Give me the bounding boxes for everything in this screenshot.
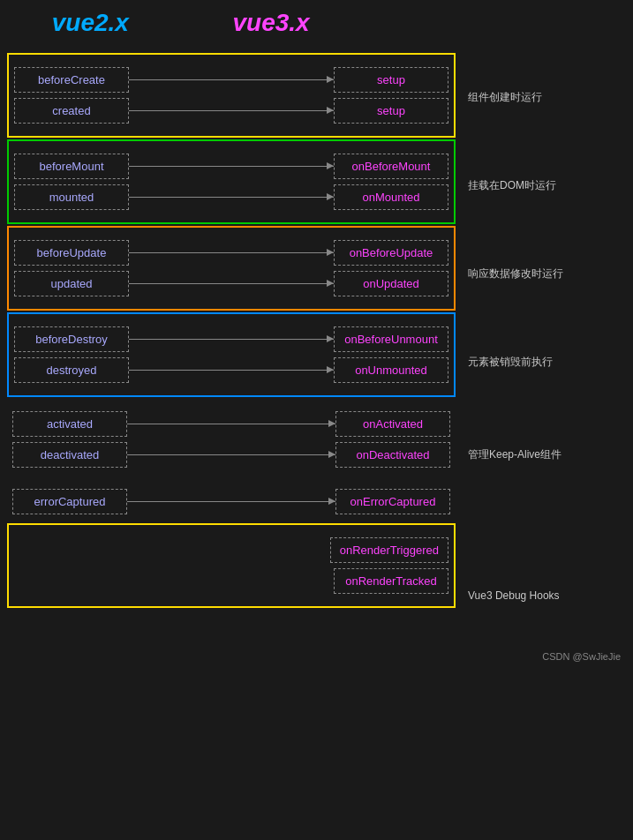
hook-destroyed-right: onUnmounted [334,357,448,383]
section-create: beforeCreate setup created setup [7,53,456,138]
hook-created-right: setup [334,98,448,124]
hook-deactivated-right: onDeactivated [335,442,450,468]
hook-beforeCreate-left: beforeCreate [14,67,129,93]
section-update: beforeUpdate onBeforeUpdate updated onUp… [7,226,456,311]
title-vue3: vue3.x [232,9,309,37]
section-debug: onRenderTriggered onRenderTracked [7,523,456,608]
hook-errorCaptured-right: onErrorCaptured [335,489,450,514]
section-keepalive: activated onActivated deactivated onDeac… [7,399,456,480]
hook-beforeDestroy-left: beforeDestroy [14,326,129,352]
label-debug: Vue3 Debug Hooks [461,589,560,602]
hook-beforeMount-right: onBeforeMount [334,154,448,179]
hook-beforeMount-left: beforeMount [14,154,129,179]
hook-errorCaptured-left: errorCaptured [12,489,127,514]
hook-destroyed-left: destroyed [14,357,129,383]
hook-activated-right: onActivated [335,411,450,437]
label-create: 组件创建时运行 [461,90,542,105]
hook-onRenderTriggered: onRenderTriggered [330,537,448,563]
hook-updated-left: updated [14,271,129,296]
hook-mounted-left: mounted [14,184,129,210]
hook-mounted-right: onMounted [334,184,448,210]
label-keepalive: 管理Keep-Alive组件 [461,447,561,462]
label-destroy: 元素被销毁前执行 [461,355,553,370]
section-destroy: beforeDestroy onBeforeUnmount destroyed … [7,312,456,397]
hook-deactivated-left: deactivated [12,442,127,468]
hook-onRenderTracked: onRenderTracked [334,568,448,594]
label-mount: 挂载在DOM时运行 [461,178,556,193]
hook-beforeUpdate-right: onBeforeUpdate [334,240,448,266]
hook-created-left: created [14,98,129,124]
hook-activated-left: activated [12,411,127,437]
title-vue2: vue2.x [52,9,129,37]
footer: CSDN @SwJieJie [0,644,633,667]
section-mount: beforeMount onBeforeMount mounted onMoun… [7,139,456,224]
hook-beforeCreate-right: setup [334,67,448,93]
hook-beforeDestroy-right: onBeforeUnmount [334,326,448,352]
label-update: 响应数据修改时运行 [461,266,563,281]
hook-beforeUpdate-left: beforeUpdate [14,240,129,266]
footer-text: CSDN @SwJieJie [542,651,621,662]
section-error: errorCaptured onErrorCaptured [7,482,456,521]
hook-updated-right: onUpdated [334,271,448,296]
